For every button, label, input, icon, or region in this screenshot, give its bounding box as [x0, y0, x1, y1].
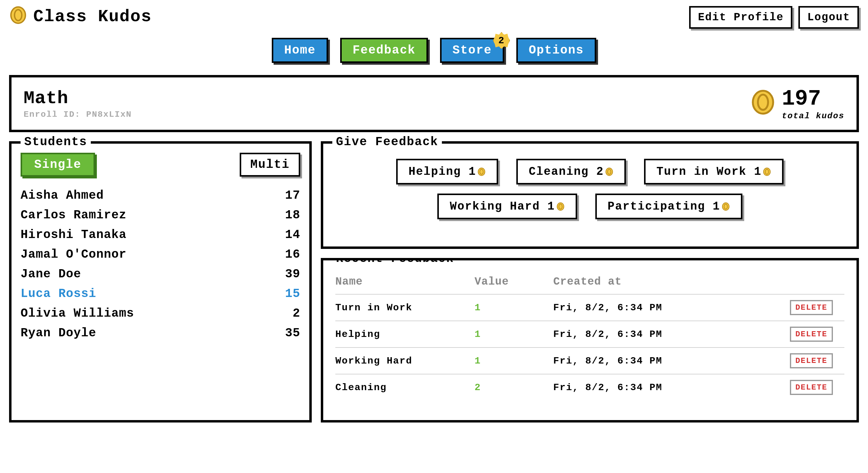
logout-button[interactable]: Logout	[798, 6, 859, 29]
student-name: Ryan Doyle	[21, 326, 96, 340]
delete-button[interactable]: DELETE	[790, 380, 833, 395]
nav-store-label: Store	[453, 43, 492, 57]
feedback-name: Helping	[335, 329, 474, 340]
col-header-created: Created at	[553, 275, 790, 288]
feedback-row: Helping1Fri, 8/2, 6:34 PMDELETE	[335, 320, 844, 347]
student-score: 39	[285, 267, 300, 281]
feedback-name: Working Hard	[335, 356, 474, 367]
feedback-row: Cleaning2Fri, 8/2, 6:34 PMDELETE	[335, 374, 844, 400]
student-score: 18	[285, 208, 300, 222]
student-row[interactable]: Ryan Doyle35	[21, 323, 300, 343]
student-score: 16	[285, 248, 300, 261]
total-kudos: 197	[782, 87, 844, 111]
nav-options[interactable]: Options	[516, 38, 596, 63]
total-kudos-label: total kudos	[782, 111, 844, 121]
feedback-label: Helping 1	[409, 165, 476, 178]
students-legend: Students	[21, 135, 91, 149]
store-badge: 2	[493, 32, 510, 49]
student-name: Luca Rossi	[21, 287, 96, 301]
feedback-date: Fri, 8/2, 6:34 PM	[553, 329, 790, 340]
nav-store[interactable]: Store 2	[440, 38, 504, 63]
feedback-option-button[interactable]: Turn in Work 1	[644, 159, 783, 184]
coin-icon	[556, 200, 565, 213]
app-title: Class Kudos	[33, 7, 152, 26]
coin-icon	[721, 200, 730, 213]
feedback-date: Fri, 8/2, 6:34 PM	[553, 382, 790, 393]
coin-icon	[477, 165, 486, 178]
student-name: Carlos Ramirez	[21, 208, 126, 222]
coin-icon	[763, 165, 771, 178]
single-mode-button[interactable]: Single	[21, 153, 95, 177]
student-row[interactable]: Jamal O'Connor16	[21, 245, 300, 264]
feedback-value: 1	[474, 302, 553, 313]
student-row[interactable]: Carlos Ramirez18	[21, 205, 300, 225]
student-name: Jamal O'Connor	[21, 248, 126, 261]
feedback-name: Cleaning	[335, 382, 474, 393]
feedback-value: 1	[474, 329, 553, 340]
feedback-value: 1	[474, 356, 553, 367]
nav-feedback[interactable]: Feedback	[340, 38, 428, 63]
delete-button[interactable]: DELETE	[790, 300, 833, 315]
student-name: Olivia Williams	[21, 307, 134, 320]
feedback-option-button[interactable]: Participating 1	[595, 194, 742, 219]
feedback-option-button[interactable]: Working Hard 1	[437, 194, 577, 219]
student-score: 2	[293, 307, 300, 320]
give-feedback-panel: Give Feedback Helping 1Cleaning 2Turn in…	[321, 141, 859, 249]
nav-home[interactable]: Home	[272, 38, 328, 63]
col-header-name: Name	[335, 275, 474, 288]
coin-icon	[750, 90, 776, 118]
feedback-label: Working Hard 1	[450, 200, 555, 213]
student-name: Hiroshi Tanaka	[21, 228, 126, 242]
recent-feedback-legend: Recent Feedback	[332, 258, 458, 266]
edit-profile-button[interactable]: Edit Profile	[689, 6, 792, 29]
feedback-row: Working Hard1Fri, 8/2, 6:34 PMDELETE	[335, 347, 844, 374]
feedback-option-button[interactable]: Cleaning 2	[516, 159, 626, 184]
col-header-value: Value	[474, 275, 553, 288]
student-score: 15	[285, 287, 300, 301]
delete-button[interactable]: DELETE	[790, 353, 833, 368]
multi-mode-button[interactable]: Multi	[240, 153, 300, 177]
feedback-option-button[interactable]: Helping 1	[396, 159, 498, 184]
student-name: Jane Doe	[21, 267, 81, 281]
coin-icon	[605, 165, 614, 178]
coin-icon	[9, 6, 27, 27]
student-score: 14	[285, 228, 300, 242]
student-score: 17	[285, 189, 300, 202]
delete-button[interactable]: DELETE	[790, 327, 833, 342]
recent-feedback-panel: Recent Feedback Name Value Created at Tu…	[321, 258, 859, 423]
give-feedback-legend: Give Feedback	[332, 135, 442, 149]
students-panel: Students Single Multi Aisha Ahmed17Carlo…	[9, 141, 312, 423]
class-name: Math	[24, 88, 132, 109]
student-row[interactable]: Jane Doe39	[21, 264, 300, 284]
feedback-label: Participating 1	[608, 200, 720, 213]
feedback-label: Turn in Work 1	[656, 165, 762, 178]
feedback-label: Cleaning 2	[529, 165, 604, 178]
student-row[interactable]: Luca Rossi15	[21, 284, 300, 304]
feedback-date: Fri, 8/2, 6:34 PM	[553, 302, 790, 313]
student-row[interactable]: Hiroshi Tanaka14	[21, 225, 300, 245]
student-score: 35	[285, 326, 300, 340]
feedback-row: Turn in Work1Fri, 8/2, 6:34 PMDELETE	[335, 294, 844, 320]
enroll-id: Enroll ID: PN8xLIxN	[24, 110, 132, 119]
student-name: Aisha Ahmed	[21, 189, 104, 202]
feedback-name: Turn in Work	[335, 302, 474, 313]
student-row[interactable]: Aisha Ahmed17	[21, 186, 300, 205]
feedback-value: 2	[474, 382, 553, 393]
student-row[interactable]: Olivia Williams2	[21, 304, 300, 323]
feedback-date: Fri, 8/2, 6:34 PM	[553, 356, 790, 367]
class-panel: Math Enroll ID: PN8xLIxN 197 total kudos	[9, 75, 859, 132]
